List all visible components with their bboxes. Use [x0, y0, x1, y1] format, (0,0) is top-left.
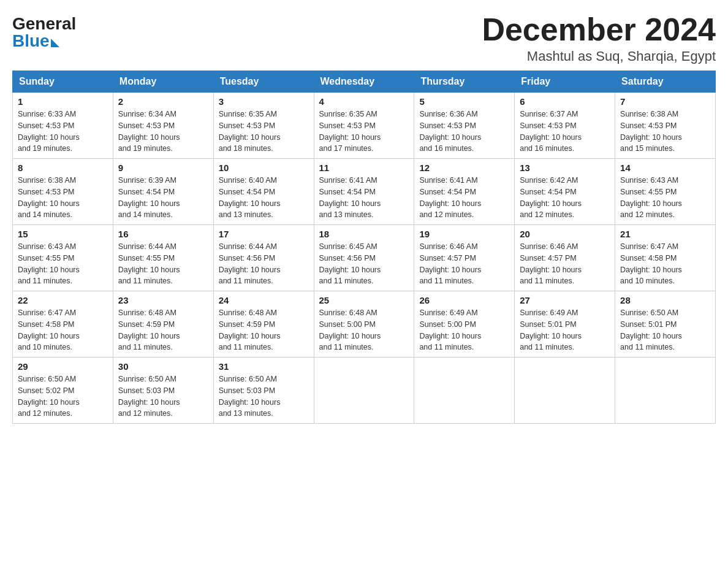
page-header: General Blue December 2024 Mashtul as Su…	[12, 12, 716, 64]
calendar-header-saturday: Saturday	[615, 71, 716, 93]
calendar-cell: 28Sunrise: 6:50 AMSunset: 5:01 PMDayligh…	[615, 291, 716, 358]
day-number: 31	[219, 361, 309, 372]
calendar-week-row: 8Sunrise: 6:38 AMSunset: 4:53 PMDaylight…	[13, 159, 716, 225]
logo-general-text: General	[12, 15, 76, 33]
calendar-header-row: SundayMondayTuesdayWednesdayThursdayFrid…	[13, 71, 716, 93]
day-info: Sunrise: 6:49 AMSunset: 5:00 PMDaylight:…	[419, 307, 509, 353]
calendar-cell: 10Sunrise: 6:40 AMSunset: 4:54 PMDayligh…	[213, 159, 314, 225]
day-number: 12	[419, 163, 509, 173]
calendar-cell: 8Sunrise: 6:38 AMSunset: 4:53 PMDaylight…	[13, 159, 113, 225]
day-number: 19	[419, 229, 509, 239]
day-number: 27	[520, 295, 610, 305]
day-number: 21	[620, 229, 710, 239]
day-number: 26	[419, 295, 509, 305]
calendar-cell	[615, 358, 716, 424]
day-number: 28	[620, 295, 710, 305]
calendar-cell: 19Sunrise: 6:46 AMSunset: 4:57 PMDayligh…	[414, 225, 515, 291]
calendar-cell: 11Sunrise: 6:41 AMSunset: 4:54 PMDayligh…	[314, 159, 414, 225]
day-number: 3	[219, 96, 309, 107]
day-info: Sunrise: 6:46 AMSunset: 4:57 PMDaylight:…	[520, 241, 610, 287]
calendar-header-thursday: Thursday	[414, 71, 515, 93]
calendar-cell: 14Sunrise: 6:43 AMSunset: 4:55 PMDayligh…	[615, 159, 716, 225]
calendar-cell: 4Sunrise: 6:35 AMSunset: 4:53 PMDaylight…	[314, 93, 414, 159]
day-number: 10	[219, 163, 309, 173]
day-info: Sunrise: 6:50 AMSunset: 5:01 PMDaylight:…	[620, 307, 710, 353]
calendar-cell: 2Sunrise: 6:34 AMSunset: 4:53 PMDaylight…	[113, 93, 213, 159]
day-info: Sunrise: 6:48 AMSunset: 4:59 PMDaylight:…	[219, 307, 309, 353]
calendar-cell	[515, 358, 615, 424]
day-info: Sunrise: 6:44 AMSunset: 4:55 PMDaylight:…	[118, 241, 208, 287]
day-info: Sunrise: 6:38 AMSunset: 4:53 PMDaylight:…	[18, 175, 108, 221]
day-info: Sunrise: 6:48 AMSunset: 4:59 PMDaylight:…	[118, 307, 208, 353]
calendar-cell: 15Sunrise: 6:43 AMSunset: 4:55 PMDayligh…	[13, 225, 113, 291]
month-title: December 2024	[482, 12, 716, 47]
day-number: 30	[118, 361, 208, 372]
calendar-week-row: 1Sunrise: 6:33 AMSunset: 4:53 PMDaylight…	[13, 93, 716, 159]
calendar-cell	[314, 358, 414, 424]
day-number: 13	[520, 163, 610, 173]
calendar-cell: 24Sunrise: 6:48 AMSunset: 4:59 PMDayligh…	[213, 291, 314, 358]
calendar-table: SundayMondayTuesdayWednesdayThursdayFrid…	[12, 71, 716, 424]
day-number: 24	[219, 295, 309, 305]
day-number: 14	[620, 163, 710, 173]
day-info: Sunrise: 6:50 AMSunset: 5:03 PMDaylight:…	[219, 373, 309, 419]
calendar-cell: 3Sunrise: 6:35 AMSunset: 4:53 PMDaylight…	[213, 93, 314, 159]
day-number: 9	[118, 163, 208, 173]
day-info: Sunrise: 6:42 AMSunset: 4:54 PMDaylight:…	[520, 175, 610, 221]
day-info: Sunrise: 6:39 AMSunset: 4:54 PMDaylight:…	[118, 175, 208, 221]
day-info: Sunrise: 6:37 AMSunset: 4:53 PMDaylight:…	[520, 109, 610, 155]
calendar-week-row: 22Sunrise: 6:47 AMSunset: 4:58 PMDayligh…	[13, 291, 716, 358]
calendar-header-tuesday: Tuesday	[213, 71, 314, 93]
day-info: Sunrise: 6:38 AMSunset: 4:53 PMDaylight:…	[620, 109, 710, 155]
day-info: Sunrise: 6:47 AMSunset: 4:58 PMDaylight:…	[18, 307, 108, 353]
day-number: 23	[118, 295, 208, 305]
day-info: Sunrise: 6:35 AMSunset: 4:53 PMDaylight:…	[219, 109, 309, 155]
day-info: Sunrise: 6:45 AMSunset: 4:56 PMDaylight:…	[319, 241, 409, 287]
day-info: Sunrise: 6:46 AMSunset: 4:57 PMDaylight:…	[419, 241, 509, 287]
calendar-cell: 30Sunrise: 6:50 AMSunset: 5:03 PMDayligh…	[113, 358, 213, 424]
day-info: Sunrise: 6:41 AMSunset: 4:54 PMDaylight:…	[319, 175, 409, 221]
day-number: 22	[18, 295, 108, 305]
calendar-header-wednesday: Wednesday	[314, 71, 414, 93]
day-info: Sunrise: 6:40 AMSunset: 4:54 PMDaylight:…	[219, 175, 309, 221]
day-info: Sunrise: 6:50 AMSunset: 5:02 PMDaylight:…	[18, 373, 108, 419]
calendar-cell: 9Sunrise: 6:39 AMSunset: 4:54 PMDaylight…	[113, 159, 213, 225]
day-info: Sunrise: 6:36 AMSunset: 4:53 PMDaylight:…	[419, 109, 509, 155]
day-number: 17	[219, 229, 309, 239]
day-info: Sunrise: 6:34 AMSunset: 4:53 PMDaylight:…	[118, 109, 208, 155]
calendar-cell: 22Sunrise: 6:47 AMSunset: 4:58 PMDayligh…	[13, 291, 113, 358]
calendar-week-row: 15Sunrise: 6:43 AMSunset: 4:55 PMDayligh…	[13, 225, 716, 291]
day-number: 1	[18, 96, 108, 107]
day-number: 29	[18, 361, 108, 372]
calendar-cell: 23Sunrise: 6:48 AMSunset: 4:59 PMDayligh…	[113, 291, 213, 358]
day-number: 6	[520, 96, 610, 107]
day-number: 20	[520, 229, 610, 239]
calendar-cell: 18Sunrise: 6:45 AMSunset: 4:56 PMDayligh…	[314, 225, 414, 291]
day-number: 7	[620, 96, 710, 107]
calendar-cell: 1Sunrise: 6:33 AMSunset: 4:53 PMDaylight…	[13, 93, 113, 159]
day-info: Sunrise: 6:49 AMSunset: 5:01 PMDaylight:…	[520, 307, 610, 353]
calendar-cell: 27Sunrise: 6:49 AMSunset: 5:01 PMDayligh…	[515, 291, 615, 358]
day-info: Sunrise: 6:41 AMSunset: 4:54 PMDaylight:…	[419, 175, 509, 221]
calendar-header-sunday: Sunday	[13, 71, 113, 93]
calendar-header-friday: Friday	[515, 71, 615, 93]
calendar-cell: 16Sunrise: 6:44 AMSunset: 4:55 PMDayligh…	[113, 225, 213, 291]
day-number: 11	[319, 163, 409, 173]
calendar-cell: 21Sunrise: 6:47 AMSunset: 4:58 PMDayligh…	[615, 225, 716, 291]
calendar-cell	[414, 358, 515, 424]
calendar-cell: 29Sunrise: 6:50 AMSunset: 5:02 PMDayligh…	[13, 358, 113, 424]
calendar-cell: 13Sunrise: 6:42 AMSunset: 4:54 PMDayligh…	[515, 159, 615, 225]
day-number: 2	[118, 96, 208, 107]
calendar-cell: 31Sunrise: 6:50 AMSunset: 5:03 PMDayligh…	[213, 358, 314, 424]
day-number: 25	[319, 295, 409, 305]
day-info: Sunrise: 6:44 AMSunset: 4:56 PMDaylight:…	[219, 241, 309, 287]
day-info: Sunrise: 6:43 AMSunset: 4:55 PMDaylight:…	[620, 175, 710, 221]
location-title: Mashtul as Suq, Sharqia, Egypt	[482, 48, 716, 64]
calendar-cell: 6Sunrise: 6:37 AMSunset: 4:53 PMDaylight…	[515, 93, 615, 159]
day-info: Sunrise: 6:33 AMSunset: 4:53 PMDaylight:…	[18, 109, 108, 155]
logo: General Blue	[12, 12, 76, 50]
calendar-week-row: 29Sunrise: 6:50 AMSunset: 5:02 PMDayligh…	[13, 358, 716, 424]
day-number: 8	[18, 163, 108, 173]
calendar-cell: 26Sunrise: 6:49 AMSunset: 5:00 PMDayligh…	[414, 291, 515, 358]
day-number: 5	[419, 96, 509, 107]
